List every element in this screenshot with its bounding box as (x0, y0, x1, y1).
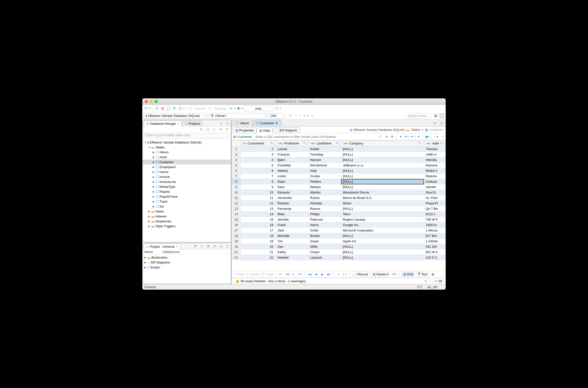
prev-page-icon[interactable]: ◀ (313, 272, 318, 277)
dropdown-caret-icon[interactable]: ▾ (280, 107, 281, 110)
cell[interactable]: Peeters (308, 179, 341, 184)
project-item[interactable]: ▶▬Bookmarks (143, 255, 231, 260)
column-header[interactable]: 12₃ CustomerId↕ (241, 141, 276, 146)
cell[interactable]: 14 (241, 212, 276, 217)
titlebar[interactable]: DBeaver 5.2.2 - Customer (142, 98, 446, 105)
maximize-icon[interactable]: ◻ (225, 121, 230, 126)
cell[interactable]: Nielsen (308, 184, 341, 190)
sort-icon[interactable]: ↕ (271, 142, 275, 145)
row-number[interactable]: 14 (232, 212, 241, 217)
cell[interactable]: 17 (241, 228, 276, 233)
link-icon[interactable]: ⇄ (218, 127, 223, 132)
cell[interactable]: [NULL] (341, 255, 424, 260)
cell[interactable]: 18 (241, 233, 276, 239)
row-number[interactable]: 20 (232, 244, 241, 249)
cell[interactable]: 801 W 4 (424, 249, 445, 255)
tree-tables-folder[interactable]: ▼▬Tables (143, 145, 231, 150)
cell[interactable]: 8210 1 (424, 212, 445, 217)
cell[interactable]: 627 Bro (424, 233, 445, 239)
cell[interactable]: Smith (308, 228, 341, 233)
cell[interactable]: Banco do Brasil S.A. (341, 195, 424, 201)
cell[interactable]: 13 (241, 206, 276, 212)
table-row[interactable]: 2222HeatherLeacock[NULL]120 S C (232, 255, 446, 260)
sql-filter-input[interactable]: Enter a SQL expression to filter results… (254, 134, 377, 139)
row-number[interactable]: 15 (232, 217, 241, 222)
table-row[interactable]: 1717JackSmithMicrosoft Corporation1 Micr… (232, 228, 446, 233)
cell[interactable]: Chase (308, 249, 341, 255)
breadcrumb-tables[interactable]: Tables (411, 128, 420, 132)
copy-row-icon[interactable]: ≡⧉ (285, 272, 290, 277)
perspective-switch-icon[interactable] (439, 113, 444, 118)
cell[interactable]: Av. Paul (424, 195, 445, 201)
row-number[interactable]: 12 (232, 201, 241, 206)
cell[interactable]: Michelle (276, 233, 308, 239)
column-header[interactable]: ABC LastName↕ (308, 141, 341, 146)
cell[interactable]: [NULL] (341, 249, 424, 255)
row-number[interactable]: 6 (232, 168, 241, 173)
cell[interactable]: Astrid (276, 173, 308, 179)
project-item[interactable]: ▶⎘Scripts (143, 265, 231, 270)
tree-indexes-folder[interactable]: ▶▬Indexes (143, 214, 231, 219)
tree-datasource[interactable]: ▼▮DBeaver Sample Database (SQLite) (143, 140, 231, 145)
row-number[interactable]: 3 (232, 152, 241, 157)
grid-corner[interactable] (232, 141, 241, 146)
refresh-icon[interactable]: ↻ (225, 127, 229, 132)
debug-icon[interactable] (236, 106, 241, 111)
details-icon[interactable]: ⎘ (423, 279, 428, 284)
cell[interactable]: Philips (308, 212, 341, 217)
cell[interactable]: František (276, 163, 308, 168)
cell[interactable]: [NULL] (341, 184, 424, 190)
row-number[interactable]: 10 (232, 190, 241, 195)
breadcrumb-table[interactable]: Customer (429, 128, 443, 132)
row-number[interactable]: 18 (232, 233, 241, 239)
tree-views-folder[interactable]: ▶▬Views (143, 209, 231, 214)
rollback-button[interactable] (208, 106, 213, 111)
cell[interactable]: Peterson (308, 217, 341, 222)
quick-access-input[interactable]: Quick Access (405, 113, 430, 118)
table-row[interactable]: 1616FrankHarrisGoogle Inc.1600 Ar (232, 222, 446, 228)
cell[interactable]: 1 Micros (424, 228, 445, 233)
cell[interactable]: 3 (241, 152, 276, 157)
minimize-window-button[interactable] (150, 100, 153, 103)
script-button[interactable]: 📄 Script (260, 272, 274, 276)
cell[interactable]: Klanova (424, 163, 445, 168)
fetch-icon[interactable]: ⬇ (336, 272, 341, 277)
delete-row-icon[interactable]: ≡− (291, 272, 296, 277)
refresh-icon[interactable]: ⟳ (390, 134, 395, 139)
dropdown-caret-icon[interactable]: ▾ (149, 107, 151, 110)
filter-table-label[interactable]: Customer (237, 135, 252, 139)
tree-table-item[interactable]: ▶Playlist (143, 189, 231, 194)
cell[interactable]: Rogers Canada (341, 217, 424, 222)
subtab-er[interactable]: ⛶ER Diagram (273, 127, 300, 133)
table-row[interactable]: 66HelenaHolý[NULL]Rilská 3 (232, 168, 446, 173)
cell[interactable]: Qe 7 Blo (424, 206, 445, 212)
row-number[interactable]: 8 (232, 179, 241, 184)
row-number[interactable]: 22 (232, 255, 241, 260)
disconnect-icon[interactable] (160, 106, 165, 111)
minimize-icon[interactable]: ▭ (219, 121, 224, 126)
cell[interactable]: 541 Del (424, 244, 445, 249)
tx-mode-combo[interactable]: Auto (244, 106, 273, 111)
dropdown-caret-icon[interactable]: ▾ (234, 107, 235, 110)
cell[interactable]: 700 W F (424, 217, 445, 222)
edit-row-icon[interactable]: ≡✎ (297, 272, 302, 277)
colors-icon[interactable]: ◉▾ (425, 134, 430, 139)
tree-triggers-folder[interactable]: ▶▬Table Triggers (143, 224, 231, 228)
cell[interactable]: Miller (308, 244, 341, 249)
cell[interactable]: [NULL] (341, 179, 424, 184)
sql-editor-icon[interactable] (166, 106, 171, 111)
expand-icon[interactable]: ⤢ (378, 134, 383, 139)
nav-back-icon[interactable]: ←▾ (433, 134, 438, 139)
cell[interactable]: 19 (241, 239, 276, 244)
cell[interactable]: Theodor (424, 146, 445, 152)
cell[interactable]: Daan (276, 179, 308, 184)
close-window-button[interactable] (145, 100, 148, 103)
table-row[interactable]: 1010EduardoMartinsWoodstock DiscosRua Dr… (232, 190, 446, 195)
table-row[interactable]: 1919TimGoyerApple Inc.1 Infinite (232, 239, 446, 244)
row-number[interactable]: 11 (232, 195, 241, 201)
table-row[interactable]: 77AstridGruber[NULL]Rotentu (232, 173, 446, 179)
tree-table-item[interactable]: ▶foo (143, 204, 231, 209)
column-header[interactable]: ABC FirstName↕ (276, 141, 308, 146)
cell[interactable]: Kathy (276, 249, 308, 255)
tree-table-item[interactable]: ▶Customer (143, 160, 231, 164)
